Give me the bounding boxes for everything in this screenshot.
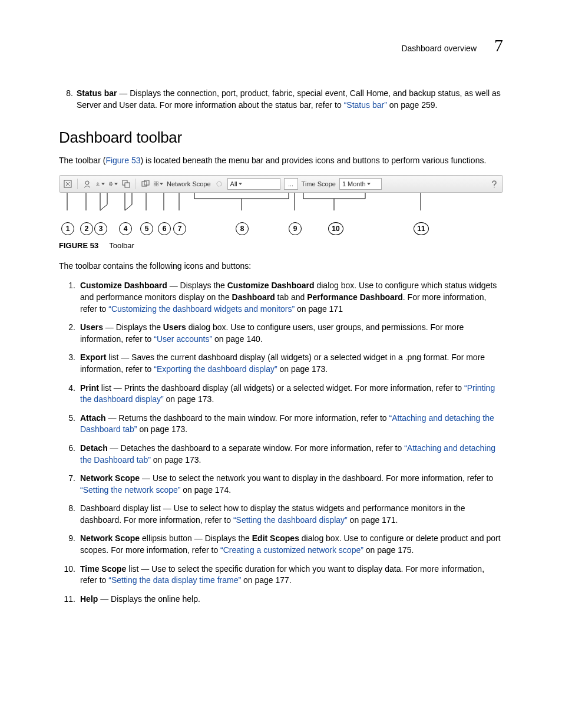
text: — Displays the xyxy=(167,281,227,290)
cross-ref-link[interactable]: “Setting the network scope” xyxy=(80,485,180,495)
text: on page 173. xyxy=(164,394,214,404)
item-body: Export list — Saves the current dashboar… xyxy=(80,352,503,375)
item-number: 6. xyxy=(59,443,80,466)
term: Users xyxy=(163,322,186,332)
callout-6: 6 xyxy=(158,222,171,235)
cross-ref-link[interactable]: “Creating a customized network scope” xyxy=(220,545,363,555)
chapter-number: 7 xyxy=(494,35,503,55)
section-heading: Dashboard toolbar xyxy=(59,129,503,147)
figure-caption: FIGURE 53Toolbar xyxy=(59,241,503,250)
term: Dashboard xyxy=(232,292,275,302)
callout-5: 5 xyxy=(140,222,153,235)
item-body: Network Scope — Use to select the networ… xyxy=(80,473,503,496)
callout-1: 1 xyxy=(61,222,74,235)
text: on page 177. xyxy=(241,575,292,585)
callout-4: 4 xyxy=(119,222,132,235)
term: Attach xyxy=(80,413,106,423)
list-item: 9.Network Scope ellipsis button — Displa… xyxy=(59,533,503,556)
cross-ref-link[interactable]: “Setting the dashboard display” xyxy=(233,515,348,525)
term: Network Scope xyxy=(80,533,140,543)
cross-ref-link[interactable]: “User accounts” xyxy=(154,334,212,344)
item-body: Status bar — Displays the connection, po… xyxy=(77,88,503,111)
cross-ref-link[interactable]: “Setting the data display time frame” xyxy=(108,575,241,585)
status-bar-link[interactable]: “Status bar” xyxy=(344,100,387,110)
list-item: 3.Export list — Saves the current dashbo… xyxy=(59,352,503,375)
item-body: Attach — Returns the dashboard to the ma… xyxy=(80,413,503,436)
value: 1 Month xyxy=(342,180,366,187)
help-icon xyxy=(490,179,499,189)
scope-icon xyxy=(214,179,224,189)
text: — Detaches the dashboard to a separate w… xyxy=(108,443,404,453)
list-item: 1.Customize Dashboard — Displays the Cus… xyxy=(59,280,503,315)
list-item: 2.Users — Displays the Users dialog box.… xyxy=(59,322,503,345)
text: on page 174. xyxy=(180,485,231,495)
item-body: Users — Displays the Users dialog box. U… xyxy=(80,322,503,345)
text: on page 171. xyxy=(348,515,398,525)
item-body: Time Scope list — Use to select the spec… xyxy=(80,564,503,587)
term: Detach xyxy=(80,443,108,453)
separator xyxy=(77,179,78,189)
item-number: 8. xyxy=(59,88,77,111)
term: Help xyxy=(80,594,98,604)
item-number: 1. xyxy=(59,280,80,315)
list-item: 5.Attach — Returns the dashboard to the … xyxy=(59,413,503,436)
text: — Displays the online help. xyxy=(98,594,200,604)
text: on page 171 xyxy=(295,304,343,314)
figure-53: Network Scope All ... Time Scope 1 Month xyxy=(59,175,503,250)
svg-rect-6 xyxy=(125,183,130,187)
list-item: 11.Help — Displays the online help. xyxy=(59,594,503,605)
svg-line-19 xyxy=(100,205,107,210)
ellipsis-button: ... xyxy=(284,178,298,190)
section-intro: The toolbar (Figure 53) is located benea… xyxy=(59,155,503,167)
display-list-icon xyxy=(154,179,163,189)
item-number: 9. xyxy=(59,533,80,556)
list-item: 6.Detach — Detaches the dashboard to a s… xyxy=(59,443,503,466)
svg-rect-10 xyxy=(157,182,158,183)
term: Performance Dashboard xyxy=(307,292,403,302)
item-body: Customize Dashboard — Displays the Custo… xyxy=(80,280,503,315)
text: — Displays the xyxy=(103,322,163,332)
callout-11: 11 xyxy=(414,222,429,235)
cross-ref-link[interactable]: “Customizing the dashboard widgets and m… xyxy=(108,304,295,314)
cross-ref-link[interactable]: “Exporting the dashboard display” xyxy=(154,364,277,374)
network-scope-field: All xyxy=(227,178,280,190)
attach-icon xyxy=(121,179,131,189)
callout-lines xyxy=(59,193,503,222)
item-number: 10. xyxy=(59,564,80,587)
term: Network Scope xyxy=(80,473,140,483)
time-scope-field: 1 Month xyxy=(339,178,382,190)
time-scope-label: Time Scope xyxy=(302,180,336,187)
item-body: Detach — Detaches the dashboard to a sep… xyxy=(80,443,503,466)
figure-ref-link[interactable]: Figure 53 xyxy=(105,156,140,165)
term: Customize Dashboard xyxy=(227,281,315,290)
svg-line-22 xyxy=(125,205,132,210)
svg-rect-3 xyxy=(110,182,111,183)
list-intro: The toolbar contains the following icons… xyxy=(59,261,503,272)
export-icon xyxy=(95,179,105,189)
list-item: 8.Dashboard display list — Use to select… xyxy=(59,503,503,526)
header-title: Dashboard overview xyxy=(401,44,477,53)
callout-9: 9 xyxy=(289,222,302,235)
callout-numbers: 1 2 3 4 5 6 7 8 9 10 11 xyxy=(59,222,503,235)
network-scope-label: Network Scope xyxy=(167,180,211,187)
page-header: Dashboard overview 7 xyxy=(59,35,503,55)
text: on page 173. xyxy=(151,455,201,465)
term: Customize Dashboard xyxy=(80,281,167,290)
item-number: 8. xyxy=(59,503,80,526)
svg-point-14 xyxy=(494,186,495,187)
svg-point-1 xyxy=(85,181,89,185)
text: on page 173. xyxy=(137,424,188,434)
item-body: Dashboard display list — Use to select h… xyxy=(80,503,503,526)
term: Status bar xyxy=(77,88,117,98)
text: list — Prints the dashboard display (all… xyxy=(99,383,464,393)
text: on page 259. xyxy=(387,100,438,110)
callout-2: 2 xyxy=(80,222,93,235)
svg-rect-11 xyxy=(154,184,156,186)
page: Dashboard overview 7 8. Status bar — Dis… xyxy=(0,0,562,728)
separator xyxy=(135,179,136,189)
figure-title: Toolbar xyxy=(109,241,134,250)
svg-rect-12 xyxy=(157,184,158,186)
item-body: Print list — Prints the dashboard displa… xyxy=(80,383,503,406)
item-number: 11. xyxy=(59,594,80,605)
term: Users xyxy=(80,322,103,332)
